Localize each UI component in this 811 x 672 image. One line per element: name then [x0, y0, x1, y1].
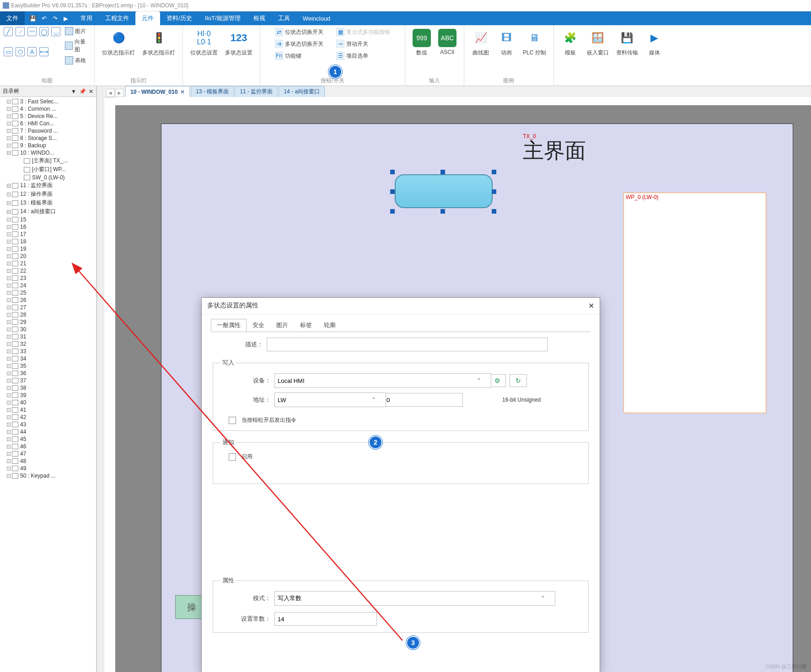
tree-item[interactable]: ⊡5 : Device Re... — [0, 113, 96, 120]
scale-icon[interactable]: ⟷ — [39, 47, 48, 56]
tree-item[interactable]: ⊡34 — [0, 355, 96, 362]
tree-toggle-icon[interactable]: ⊡ — [6, 377, 11, 384]
tree-item[interactable]: ⊡39 — [0, 392, 96, 399]
polyline-icon[interactable]: ⟋ — [16, 27, 25, 36]
object-wp-window[interactable]: WP_0 (LW-0) — [623, 193, 766, 413]
tree-toggle-icon[interactable]: ⊡ — [6, 333, 11, 340]
polygon-icon[interactable]: ⬠ — [16, 47, 25, 56]
tree-item[interactable]: ⊡6 : HMI Con... — [0, 120, 96, 127]
ribbon-bit-set[interactable]: HI·0L0·1 位状态设置 — [187, 27, 221, 59]
tree-toggle-icon[interactable]: ⊡ — [6, 348, 11, 355]
selection-handle[interactable] — [440, 209, 445, 214]
dialog-tab[interactable]: 一般属性 — [211, 319, 247, 332]
tree-toggle-icon[interactable]: ⊡ — [6, 399, 11, 406]
tree-toggle-icon[interactable]: ⊡ — [6, 275, 11, 281]
tree-toggle-icon[interactable]: ⊡ — [6, 231, 11, 237]
tree-item[interactable]: ⊡29 — [0, 318, 96, 326]
run-icon[interactable]: ▶ — [62, 15, 70, 22]
tree-item[interactable]: ⊡28 — [0, 311, 96, 318]
tree-item[interactable]: ⊡40 — [0, 399, 96, 406]
menu-item[interactable]: 元件 — [135, 11, 160, 25]
tree-toggle-icon[interactable]: ⊡ — [6, 304, 11, 311]
tree-item[interactable]: ⊡47 — [0, 450, 96, 457]
tree-toggle-icon[interactable]: ⊡ — [6, 385, 11, 391]
tree-toggle-icon[interactable]: ⊡ — [6, 290, 11, 296]
tree-toggle-icon[interactable]: ⊟ — [6, 209, 11, 215]
ribbon-media[interactable]: ▶媒体 — [642, 27, 667, 59]
selection-handle[interactable] — [440, 170, 445, 174]
ellipse-icon[interactable]: ◯ — [39, 27, 48, 36]
tree-toggle-icon[interactable]: ⊡ — [6, 312, 11, 318]
tree-toggle-icon[interactable]: ⊡ — [6, 465, 11, 472]
ribbon-multi-set[interactable]: 123 多状态设置 — [221, 27, 256, 59]
tree-item[interactable]: ⊡33 — [0, 348, 96, 355]
sidebar-pin-icon[interactable]: 📌 — [79, 88, 86, 95]
menu-file[interactable]: 文件 — [0, 11, 25, 25]
menu-item[interactable]: IIoT/能源管理 — [199, 11, 247, 25]
tree-item[interactable]: ⊡17 — [0, 231, 96, 238]
tree-item[interactable]: ⊡50 : Keypad ... — [0, 472, 96, 479]
menu-item[interactable]: 检视 — [247, 11, 272, 25]
const-input[interactable] — [274, 612, 377, 626]
addr-type-select[interactable] — [274, 392, 386, 407]
tree-toggle-icon[interactable]: ⊡ — [6, 238, 11, 245]
ribbon-table[interactable]: 表格 — [65, 56, 91, 65]
enable-checkbox[interactable] — [229, 453, 236, 461]
dialog-tab[interactable]: 轮廓 — [318, 319, 342, 332]
tree-item[interactable]: ⊡44 — [0, 428, 96, 435]
tree-item[interactable]: ⊡3 : Fast Selec... — [0, 98, 96, 105]
tree-toggle-icon[interactable]: ⊡ — [6, 216, 11, 223]
tree-toggle-icon[interactable]: ⊡ — [6, 297, 11, 303]
dialog-close-icon[interactable]: ✕ — [588, 301, 594, 310]
menu-item[interactable]: Weincloud — [296, 11, 337, 25]
selection-handle[interactable] — [492, 189, 496, 194]
selection-handle[interactable] — [390, 189, 395, 194]
ribbon-item-list[interactable]: ☰项目选单 — [334, 51, 392, 61]
save-icon[interactable]: 💾 — [29, 15, 37, 22]
tree-toggle-icon[interactable]: ⊡ — [6, 429, 11, 435]
tree-toggle-icon[interactable]: ⊡ — [6, 370, 11, 376]
tree-toggle-icon[interactable]: ⊡ — [6, 458, 11, 464]
tree-item[interactable]: ⊡35 — [0, 362, 96, 370]
ribbon-vector[interactable]: 向量图 — [65, 38, 91, 54]
text-icon[interactable]: A — [27, 47, 37, 56]
tree-item[interactable]: ⊡7 : Password ... — [0, 127, 96, 134]
tree-toggle-icon[interactable]: ⊡ — [6, 260, 11, 267]
tab-close-icon[interactable]: ✕ — [180, 89, 185, 95]
tree-item[interactable]: ⊡24 — [0, 282, 96, 289]
sidebar-close-icon[interactable]: ✕ — [89, 88, 93, 95]
tree-item[interactable]: ⊡46 — [0, 443, 96, 450]
tree-toggle-icon[interactable]: ⊡ — [6, 473, 11, 479]
menu-item[interactable]: 常用 — [74, 11, 99, 25]
tree-toggle-icon[interactable]: ⊡ — [6, 341, 11, 347]
editor-tab[interactable]: 11 - 监控界面 — [235, 86, 278, 97]
tree-item[interactable]: ⊡9 : Backup — [0, 142, 96, 149]
editor-tab[interactable]: 13 - 模板界面 — [191, 86, 234, 97]
tree-toggle-icon[interactable]: ⊡ — [6, 451, 11, 457]
ribbon-bit-lamp[interactable]: 🔵 位状态指示灯 — [98, 27, 139, 59]
tree-item[interactable]: [主界面] TX_... — [0, 156, 96, 165]
tree-toggle-icon[interactable]: ⊡ — [6, 253, 11, 259]
tree-item[interactable]: ⊡32 — [0, 340, 96, 348]
tree-item[interactable]: ⊡22 — [0, 267, 96, 274]
editor-tab[interactable]: 10 - WINDOW_010✕ — [125, 86, 190, 97]
dialog-tab[interactable]: 安全 — [247, 319, 270, 332]
ribbon-func-key[interactable]: Fn功能键 — [273, 51, 325, 61]
tree-toggle-icon[interactable]: ⊡ — [6, 363, 11, 369]
tree-item[interactable]: ⊡31 — [0, 333, 96, 340]
tree-item[interactable]: ⊟14 : a间接窗口 — [0, 207, 96, 216]
selection-handle[interactable] — [390, 170, 395, 174]
device-select[interactable] — [274, 373, 491, 388]
tree-item[interactable]: ⊡18 — [0, 238, 96, 245]
tree-toggle-icon[interactable]: ⊟ — [6, 150, 11, 156]
addr-value-input[interactable] — [383, 393, 463, 407]
tree-toggle-icon[interactable]: ⊡ — [6, 326, 11, 333]
tree-item[interactable]: [小窗口] WP... — [0, 165, 96, 174]
object-sw-button[interactable] — [395, 174, 493, 208]
selection-handle[interactable] — [492, 170, 496, 174]
tree-item[interactable]: ⊡41 — [0, 406, 96, 414]
sidebar-scrollbar[interactable] — [97, 86, 104, 672]
tree-toggle-icon[interactable]: ⊡ — [6, 414, 11, 420]
tree-item[interactable]: ⊡45 — [0, 435, 96, 443]
line-icon[interactable]: ╱ — [4, 27, 13, 36]
